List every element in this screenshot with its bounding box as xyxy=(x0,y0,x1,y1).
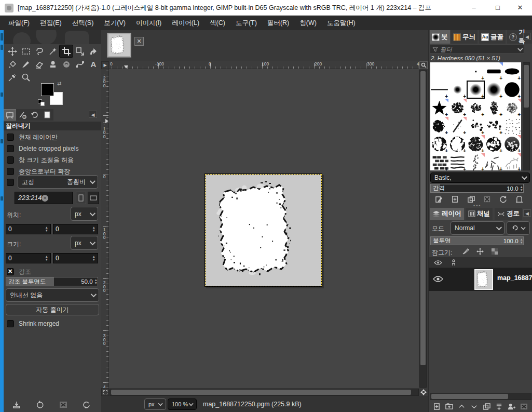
status-zoom-combo[interactable]: 100 % xyxy=(168,398,197,410)
lock-position-icon[interactable] xyxy=(474,246,486,257)
guides-combo[interactable]: 안내선 없음 xyxy=(6,288,99,302)
highlight-checkbox[interactable] xyxy=(7,268,14,275)
brush-ellipse[interactable]: + xyxy=(503,62,521,81)
navigation-button[interactable] xyxy=(419,388,428,396)
link-column-icon[interactable] xyxy=(448,258,459,267)
menu-r[interactable]: 필터(R) xyxy=(262,16,294,30)
visibility-column-icon[interactable] xyxy=(433,259,443,267)
fixed-checkbox[interactable] xyxy=(7,179,14,186)
dock-tab-paths[interactable]: 경로 xyxy=(495,208,522,220)
brush-menu-button[interactable]: ◀ xyxy=(523,33,531,40)
position-unit-combo[interactable]: px xyxy=(71,207,98,221)
dock-tab-layers[interactable]: 레이어 xyxy=(430,208,464,220)
brush-soft-l[interactable]: + xyxy=(485,81,503,99)
shrink-merged-checkbox[interactable] xyxy=(7,320,14,327)
tool-move[interactable] xyxy=(6,45,19,57)
dock-tab-font[interactable]: Aa글꼴 xyxy=(479,30,506,44)
brush-splat-soft[interactable]: + xyxy=(503,99,521,117)
close-button[interactable]: ✕ xyxy=(508,0,532,16)
layer-row[interactable]: map_1688712 xyxy=(429,268,532,291)
brush-dashes-v[interactable]: + xyxy=(467,153,485,170)
dock-tab-brush[interactable]: 붓 xyxy=(430,30,450,44)
brush-sponge[interactable]: + xyxy=(430,117,448,135)
vertical-ruler[interactable]: -200-1000100200300400 xyxy=(101,69,109,388)
vertical-scrollbar[interactable] xyxy=(419,70,427,388)
foreground-color-swatch[interactable] xyxy=(41,83,54,96)
tool-rectangle-select[interactable] xyxy=(19,45,32,57)
brush-acrylic3[interactable]: + xyxy=(467,135,485,153)
tool-smudge[interactable] xyxy=(60,58,73,70)
layers-scrollbar[interactable] xyxy=(430,393,531,400)
brush-soft-s[interactable]: + xyxy=(448,81,467,99)
brush-blank[interactable] xyxy=(430,62,448,81)
tool-unified-transform[interactable] xyxy=(73,45,86,57)
brush-blank[interactable] xyxy=(448,62,467,81)
save-tool-options-button[interactable] xyxy=(11,400,22,410)
position-y-spin[interactable]: 0▲▼ xyxy=(53,224,98,234)
dock-tab-tool-options[interactable] xyxy=(4,109,16,121)
minimize-button[interactable]: – xyxy=(462,0,486,16)
brush-splat-v[interactable]: + xyxy=(485,99,503,117)
image-viewport[interactable] xyxy=(109,69,419,388)
layer-mode-combo[interactable]: Normal xyxy=(451,221,504,235)
brush-acrylic-dark[interactable]: + xyxy=(503,135,521,153)
quick-mask-toggle[interactable] xyxy=(101,388,109,396)
menu-v[interactable]: 보기(V) xyxy=(99,16,131,30)
brush-filter-input[interactable]: 필터 xyxy=(430,45,524,54)
menu-w[interactable]: 창(W) xyxy=(294,16,322,30)
brush-grid-scrollbar[interactable] xyxy=(523,62,530,170)
brush-dots-scatter[interactable]: + xyxy=(485,117,503,135)
duplicate-layer-button[interactable] xyxy=(481,402,492,411)
ruler-corner-menu[interactable]: ▶ xyxy=(101,61,109,69)
lower-layer-button[interactable] xyxy=(469,402,480,411)
tool-clone[interactable] xyxy=(46,58,59,70)
size-unit-combo[interactable]: px xyxy=(71,236,98,250)
close-image-icon[interactable]: ✕ xyxy=(134,37,144,46)
menu-h[interactable]: 도움말(H) xyxy=(322,16,361,30)
tool-crop[interactable] xyxy=(60,45,73,57)
size-width-spin[interactable]: 0▲▼ xyxy=(6,253,51,263)
portrait-orientation-button[interactable] xyxy=(76,192,86,204)
dock-tab-undo-history[interactable] xyxy=(29,109,41,121)
delete-layer-button[interactable] xyxy=(519,402,529,411)
brush-grid[interactable]: +++++++++++++++++++++++++++ xyxy=(430,62,521,170)
tool-fuzzy-select[interactable] xyxy=(46,45,59,57)
duplicate-brush-button[interactable] xyxy=(465,194,476,204)
aspect-ratio-input[interactable]: 223:214 × xyxy=(15,192,73,204)
brush-acrylic1[interactable]: + xyxy=(430,135,448,153)
layer-thumbnail[interactable] xyxy=(474,269,493,290)
menu-l[interactable]: 레이어(L) xyxy=(167,16,204,30)
dock-tab-pattern[interactable]: 무늬 xyxy=(451,30,478,44)
menu-i[interactable]: 이미지(I) xyxy=(131,16,167,30)
dock-tab-channels[interactable]: 채널 xyxy=(466,208,493,220)
tool-bucket-fill[interactable] xyxy=(6,58,19,70)
horizontal-scrollbar[interactable] xyxy=(110,389,419,396)
brush-scribble[interactable]: + xyxy=(448,153,467,170)
auto-shrink-button[interactable]: 자동 줄이기 xyxy=(6,304,99,315)
status-unit-combo[interactable]: px xyxy=(144,398,166,410)
image-tab-thumbnail[interactable] xyxy=(107,33,131,58)
open-brush-as-image-button[interactable] xyxy=(513,194,525,204)
tool-eraser[interactable] xyxy=(33,58,46,70)
brush-solid[interactable]: + xyxy=(503,81,521,99)
brush-splat2[interactable]: + xyxy=(467,99,485,117)
brush-acrylic2[interactable]: + xyxy=(448,135,467,153)
layer-opacity-slider[interactable]: 불투명 100.0 ▲▼ xyxy=(430,236,524,245)
checkbox[interactable] xyxy=(7,168,14,175)
menu-t[interactable]: 도구(T) xyxy=(230,16,262,30)
brush-pixel[interactable]: + xyxy=(467,62,485,81)
brush-line[interactable]: + xyxy=(430,81,448,99)
fixed-aspect-combo[interactable]: 고정 종횡비 xyxy=(18,175,98,189)
brush-dots-plus[interactable]: + xyxy=(467,117,485,135)
brush-bricks[interactable]: + xyxy=(430,153,448,170)
clear-input-icon[interactable]: × xyxy=(42,195,48,202)
brush-stroke[interactable]: + xyxy=(448,117,467,135)
brush-bar[interactable]: + xyxy=(485,62,503,81)
lock-pixels-icon[interactable] xyxy=(460,246,471,257)
layers-menu-button[interactable]: ◀ xyxy=(523,209,531,217)
tool-zoom[interactable] xyxy=(19,71,32,83)
swap-colors-icon[interactable]: ⇄ xyxy=(57,81,64,87)
menu-s[interactable]: 선택(S) xyxy=(67,16,99,30)
dock-tab-images[interactable] xyxy=(41,109,53,121)
new-brush-button[interactable] xyxy=(449,194,460,204)
